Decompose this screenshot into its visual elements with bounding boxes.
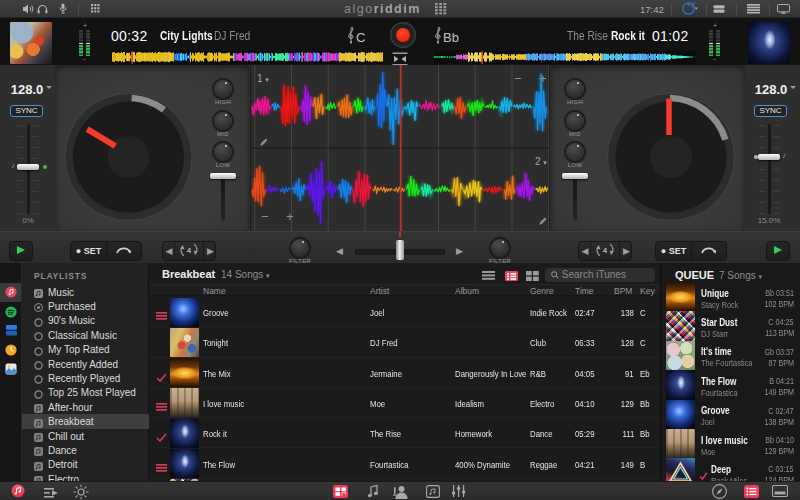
svg-text:4: 4 (187, 246, 192, 255)
svg-text:4: 4 (603, 246, 608, 255)
